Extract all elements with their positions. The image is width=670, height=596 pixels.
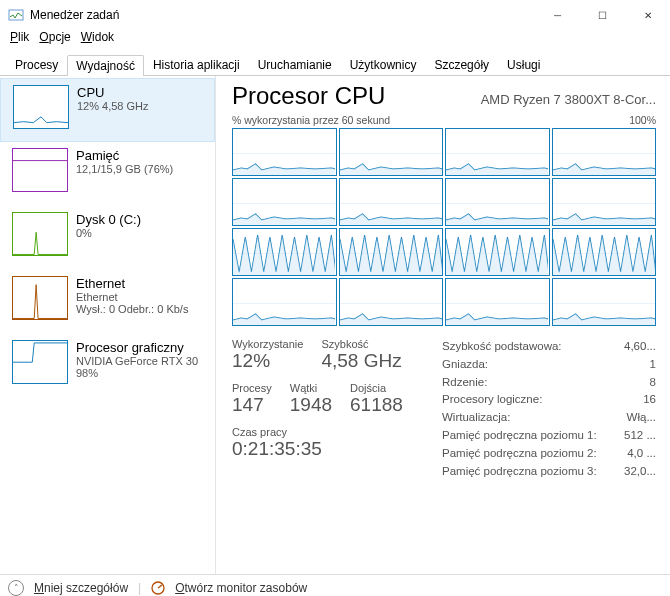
main-panel: Procesor CPU AMD Ryzen 7 3800XT 8-Cor...… bbox=[216, 76, 670, 574]
cpu-thumb bbox=[13, 85, 69, 129]
core-cell-10 bbox=[445, 228, 550, 276]
thread-value: 1948 bbox=[290, 394, 332, 416]
core-cell-9 bbox=[339, 228, 444, 276]
titlebar: Menedżer zadań ─ ☐ ✕ bbox=[0, 0, 670, 30]
uptime-label: Czas pracy bbox=[232, 426, 422, 438]
tab-details[interactable]: Szczegóły bbox=[425, 54, 498, 75]
close-button[interactable]: ✕ bbox=[625, 0, 670, 30]
stat-val: 16 bbox=[643, 391, 656, 409]
tab-performance[interactable]: Wydajność bbox=[67, 55, 144, 76]
menubar: Plik Opcje Widok bbox=[0, 30, 670, 50]
stat-right-row: Wirtualizacja:Włą... bbox=[442, 409, 656, 427]
menu-view[interactable]: Widok bbox=[77, 30, 118, 50]
stat-key: Rdzenie: bbox=[442, 374, 487, 392]
menu-file[interactable]: Plik bbox=[6, 30, 33, 50]
core-cell-2 bbox=[445, 128, 550, 176]
core-cell-13 bbox=[339, 278, 444, 326]
open-resmon-link[interactable]: Otwórz monitor zasobów bbox=[175, 581, 307, 595]
sidebar-cpu-sub: 12% 4,58 GHz bbox=[77, 100, 149, 112]
stat-val: 4,60... bbox=[624, 338, 656, 356]
svg-line-18 bbox=[158, 585, 162, 588]
chevron-up-icon[interactable]: ˄ bbox=[8, 580, 24, 596]
maximize-button[interactable]: ☐ bbox=[580, 0, 625, 30]
sidebar-memory-name: Pamięć bbox=[76, 148, 173, 163]
stat-right-row: Pamięć podręczna poziomu 2:4,0 ... bbox=[442, 445, 656, 463]
minimize-button[interactable]: ─ bbox=[535, 0, 580, 30]
tab-users[interactable]: Użytkownicy bbox=[341, 54, 426, 75]
footer-separator: | bbox=[138, 581, 141, 595]
sidebar-item-cpu[interactable]: CPU 12% 4,58 GHz bbox=[0, 78, 215, 142]
main-header: Procesor CPU AMD Ryzen 7 3800XT 8-Cor... bbox=[232, 82, 656, 110]
core-cell-4 bbox=[232, 178, 337, 226]
stat-key: Pamięć podręczna poziomu 1: bbox=[442, 427, 597, 445]
stats-right: Szybkość podstawowa:4,60...Gniazda:1Rdze… bbox=[422, 338, 656, 481]
util-value: 12% bbox=[232, 350, 303, 372]
stat-key: Szybkość podstawowa: bbox=[442, 338, 562, 356]
ethernet-thumb bbox=[12, 276, 68, 320]
tab-bar: Procesy Wydajność Historia aplikacji Uru… bbox=[0, 50, 670, 76]
stat-val: 512 ... bbox=[624, 427, 656, 445]
gpu-thumb bbox=[12, 340, 68, 384]
fewer-details-link[interactable]: Mniej szczegółów bbox=[34, 581, 128, 595]
memory-thumb bbox=[12, 148, 68, 192]
sidebar-disk-name: Dysk 0 (C:) bbox=[76, 212, 141, 227]
tab-app-history[interactable]: Historia aplikacji bbox=[144, 54, 249, 75]
speed-value: 4,58 GHz bbox=[321, 350, 401, 372]
stats-left: Wykorzystanie 12% Szybkość 4,58 GHz Proc… bbox=[232, 338, 422, 481]
sidebar-item-ethernet[interactable]: Ethernet Ethernet Wysł.: 0 Odebr.: 0 Kb/… bbox=[0, 270, 215, 334]
stat-val: 32,0... bbox=[624, 463, 656, 481]
thread-label: Wątki bbox=[290, 382, 332, 394]
core-cell-0 bbox=[232, 128, 337, 176]
stat-right-row: Gniazda:1 bbox=[442, 356, 656, 374]
window-title: Menedżer zadań bbox=[30, 8, 119, 22]
menu-options[interactable]: Opcje bbox=[35, 30, 74, 50]
stat-key: Gniazda: bbox=[442, 356, 488, 374]
stat-right-row: Szybkość podstawowa:4,60... bbox=[442, 338, 656, 356]
proc-label: Procesy bbox=[232, 382, 272, 394]
app-icon bbox=[8, 7, 24, 23]
footer: ˄ Mniej szczegółów | Otwórz monitor zaso… bbox=[0, 574, 670, 596]
tab-startup[interactable]: Uruchamianie bbox=[249, 54, 341, 75]
util-label: Wykorzystanie bbox=[232, 338, 303, 350]
stat-right-row: Rdzenie:8 bbox=[442, 374, 656, 392]
sidebar-eth-sub2: Wysł.: 0 Odebr.: 0 Kb/s bbox=[76, 303, 188, 315]
core-cell-7 bbox=[552, 178, 657, 226]
sidebar-item-memory[interactable]: Pamięć 12,1/15,9 GB (76%) bbox=[0, 142, 215, 206]
stat-val: 8 bbox=[650, 374, 656, 392]
stat-right-row: Procesory logiczne:16 bbox=[442, 391, 656, 409]
sidebar-disk-sub: 0% bbox=[76, 227, 141, 239]
tab-services[interactable]: Usługi bbox=[498, 54, 549, 75]
core-cell-3 bbox=[552, 128, 657, 176]
proc-value: 147 bbox=[232, 394, 272, 416]
core-grid bbox=[232, 128, 656, 326]
stat-right-row: Pamięć podręczna poziomu 1:512 ... bbox=[442, 427, 656, 445]
sidebar-item-disk[interactable]: Dysk 0 (C:) 0% bbox=[0, 206, 215, 270]
sidebar-gpu-sub: NVIDIA GeForce RTX 30 bbox=[76, 355, 198, 367]
stat-val: 1 bbox=[650, 356, 656, 374]
sidebar-gpu-name: Procesor graficzny bbox=[76, 340, 198, 355]
core-cell-11 bbox=[552, 228, 657, 276]
core-cell-12 bbox=[232, 278, 337, 326]
stat-right-row: Pamięć podręczna poziomu 3:32,0... bbox=[442, 463, 656, 481]
sidebar-item-gpu[interactable]: Procesor graficzny NVIDIA GeForce RTX 30… bbox=[0, 334, 215, 398]
sidebar: CPU 12% 4,58 GHz Pamięć 12,1/15,9 GB (76… bbox=[0, 76, 216, 574]
sidebar-cpu-name: CPU bbox=[77, 85, 149, 100]
chart-caption-right: 100% bbox=[629, 114, 656, 126]
uptime-value: 0:21:35:35 bbox=[232, 438, 422, 460]
core-cell-8 bbox=[232, 228, 337, 276]
core-cell-15 bbox=[552, 278, 657, 326]
handle-label: Dojścia bbox=[350, 382, 403, 394]
stat-key: Procesory logiczne: bbox=[442, 391, 542, 409]
chart-caption-left: % wykorzystania przez 60 sekund bbox=[232, 114, 390, 126]
core-cell-1 bbox=[339, 128, 444, 176]
tab-processes[interactable]: Procesy bbox=[6, 54, 67, 75]
page-title: Procesor CPU bbox=[232, 82, 385, 110]
sidebar-gpu-sub2: 98% bbox=[76, 367, 198, 379]
stat-key: Pamięć podręczna poziomu 2: bbox=[442, 445, 597, 463]
disk-thumb bbox=[12, 212, 68, 256]
window-controls: ─ ☐ ✕ bbox=[535, 0, 670, 30]
stats: Wykorzystanie 12% Szybkość 4,58 GHz Proc… bbox=[232, 338, 656, 481]
stat-val: 4,0 ... bbox=[627, 445, 656, 463]
sidebar-eth-sub: Ethernet bbox=[76, 291, 188, 303]
stat-val: Włą... bbox=[627, 409, 656, 427]
